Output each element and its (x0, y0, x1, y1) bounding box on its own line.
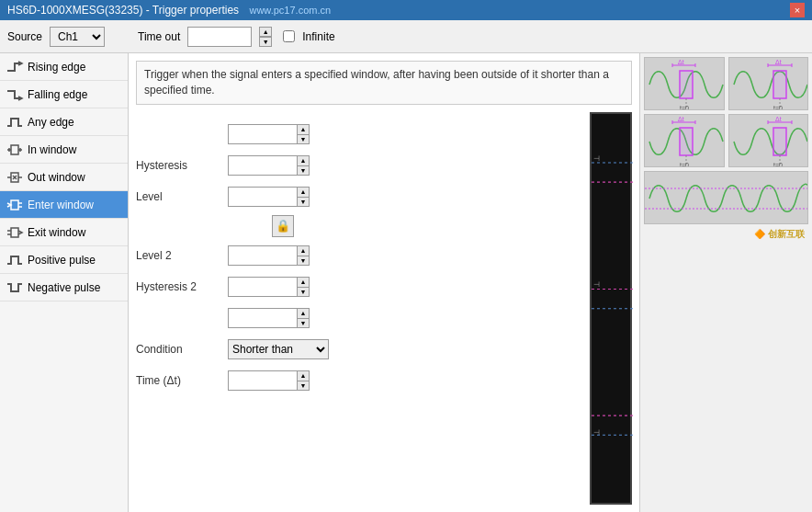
timeout-spinner[interactable]: ▲ ▼ (259, 27, 272, 47)
source-select[interactable]: Ch1 (50, 27, 105, 47)
watermark-text: 🔶 创新互联 (754, 228, 805, 241)
waveform-bar: ⊣ ⊣ ⊣ (590, 112, 632, 505)
level-row: Level 100 mV ▲ ▼ (136, 184, 575, 210)
sidebar-label-falling-edge: Falling edge (28, 88, 87, 101)
level-input[interactable]: 100 mV (228, 187, 297, 207)
preview-waveform-4: Δt t=0 (729, 115, 809, 167)
hysteresis-down-btn[interactable]: ▼ (297, 165, 310, 176)
timedelta-down-btn[interactable]: ▼ (297, 381, 310, 391)
lower-level-input[interactable]: -104 mV (228, 308, 297, 328)
timeout-down-btn[interactable]: ▼ (259, 37, 272, 47)
sidebar-label-enter-window: Enter window (28, 199, 94, 211)
svg-rect-47 (729, 115, 809, 167)
svg-text:⊣: ⊣ (593, 280, 600, 289)
sidebar-label-any-edge: Any edge (28, 116, 74, 129)
close-button[interactable]: × (790, 3, 805, 17)
level2-down-btn[interactable]: ▼ (297, 256, 310, 266)
preview-cell-1: Δt t=0 (644, 57, 725, 110)
svg-text:t=0: t=0 (773, 162, 783, 167)
hysteresis2-input[interactable]: 1.00 % (228, 277, 297, 297)
condition-label: Condition (136, 343, 228, 356)
params-area: 104 mV ▲ ▼ Hysteresis 1.00 % ▲ ▼ (129, 112, 639, 512)
hysteresis-input-group: 1.00 % ▲ ▼ (228, 155, 310, 176)
upper-level-down-btn[interactable]: ▼ (297, 134, 310, 144)
description-text: Trigger when the signal enters a specifi… (144, 68, 609, 97)
infinite-checkbox[interactable] (283, 30, 295, 42)
hysteresis2-row: Hysteresis 2 1.00 % ▲ ▼ (136, 274, 575, 300)
timedelta-row: Time (Δt) 1 ms ▲ ▼ (136, 368, 575, 393)
sidebar-item-out-window[interactable]: Out window (0, 164, 128, 191)
hysteresis-row: Hysteresis 1.00 % ▲ ▼ (136, 153, 575, 178)
content-area: Trigger when the signal enters a specifi… (129, 53, 639, 512)
sidebar-item-rising-edge[interactable]: Rising edge (0, 53, 128, 81)
timeout-input[interactable]: 100 ms (187, 27, 252, 47)
level-input-group: 100 mV ▲ ▼ (228, 187, 310, 207)
preview-cell-2: Δt t=0 (728, 57, 809, 110)
sidebar-item-negative-pulse[interactable]: Negative pulse (0, 274, 128, 302)
infinite-label: Infinite (302, 30, 334, 43)
window-title: HS6D-1000XMESG(33235) - Trigger properti… (7, 4, 331, 17)
hysteresis-spinner[interactable]: ▲ ▼ (297, 155, 310, 176)
enter-window-icon (6, 196, 24, 214)
hysteresis2-spinner[interactable]: ▲ ▼ (297, 277, 310, 297)
svg-text:t=0: t=0 (680, 162, 689, 167)
sidebar-item-falling-edge[interactable]: Falling edge (0, 81, 128, 108)
timedelta-spinner[interactable]: ▲ ▼ (297, 370, 310, 391)
sidebar-item-any-edge[interactable]: Any edge (0, 108, 128, 136)
timeout-up-btn[interactable]: ▲ (259, 27, 272, 37)
timedelta-input[interactable]: 1 ms (228, 370, 297, 391)
preview-cell-4: Δt t=0 (728, 114, 809, 167)
lock-button[interactable]: 🔒 (272, 215, 294, 237)
svg-rect-32 (773, 71, 786, 98)
preview-cell-3: Δt t=0 (644, 114, 725, 167)
upper-level-spinner[interactable]: ▲ ▼ (297, 124, 310, 144)
level2-up-btn[interactable]: ▲ (297, 245, 310, 256)
description-box: Trigger when the signal enters a specifi… (136, 61, 632, 105)
hysteresis-up-btn[interactable]: ▲ (297, 155, 310, 165)
falling-edge-icon (6, 85, 24, 104)
svg-text:t=0: t=0 (680, 105, 689, 110)
lower-level-down-btn[interactable]: ▼ (297, 318, 310, 328)
preview-waveform-3: Δt t=0 (645, 115, 725, 167)
svg-text:⊣: ⊣ (593, 428, 600, 437)
upper-level-row: 104 mV ▲ ▼ (136, 121, 575, 147)
timedelta-up-btn[interactable]: ▲ (297, 370, 310, 381)
watermark-area: 🔶 创新互联 (644, 228, 808, 241)
sidebar-label-positive-pulse: Positive pulse (28, 254, 96, 267)
level-spinner[interactable]: ▲ ▼ (297, 187, 310, 207)
level2-input[interactable]: -100 mV (228, 245, 297, 266)
preview-waveform-1: Δt t=0 (645, 58, 725, 110)
condition-select[interactable]: Shorter than Longer than (228, 339, 329, 359)
svg-rect-0 (11, 145, 18, 154)
level-down-btn[interactable]: ▼ (297, 197, 310, 207)
waveform-bar-svg: ⊣ ⊣ ⊣ (592, 114, 634, 503)
preview-waveform-5 (645, 172, 808, 224)
level-up-btn[interactable]: ▲ (297, 187, 310, 197)
out-window-icon (6, 168, 24, 187)
hysteresis2-up-btn[interactable]: ▲ (297, 277, 310, 287)
level-label: Level (136, 190, 228, 203)
hysteresis-input[interactable]: 1.00 % (228, 155, 297, 176)
sidebar-label-negative-pulse: Negative pulse (28, 281, 100, 294)
in-window-icon (6, 141, 24, 159)
svg-text:Δt: Δt (678, 116, 684, 122)
sidebar-item-positive-pulse[interactable]: Positive pulse (0, 246, 128, 274)
condition-row: Condition Shorter than Longer than (136, 336, 575, 362)
upper-level-up-btn[interactable]: ▲ (297, 124, 310, 134)
svg-rect-40 (680, 128, 693, 155)
sidebar-item-enter-window[interactable]: Enter window (0, 191, 128, 219)
sidebar-item-exit-window[interactable]: Exit window (0, 219, 128, 246)
preview-panel: Δt t=0 Δt t=0 (639, 53, 812, 512)
timeout-label: Time out (138, 30, 180, 43)
level2-spinner[interactable]: ▲ ▼ (297, 245, 310, 266)
sidebar-label-in-window: In window (28, 143, 76, 156)
sidebar-item-in-window[interactable]: In window (0, 136, 128, 164)
upper-level-input-group: 104 mV ▲ ▼ (228, 124, 310, 144)
rising-edge-icon (6, 58, 24, 76)
lower-level-spinner[interactable]: ▲ ▼ (297, 308, 310, 328)
svg-rect-48 (773, 128, 786, 155)
upper-level-input[interactable]: 104 mV (228, 124, 297, 144)
lock-container: 🔒 (272, 215, 575, 237)
hysteresis2-down-btn[interactable]: ▼ (297, 287, 310, 297)
lower-level-up-btn[interactable]: ▲ (297, 308, 310, 318)
